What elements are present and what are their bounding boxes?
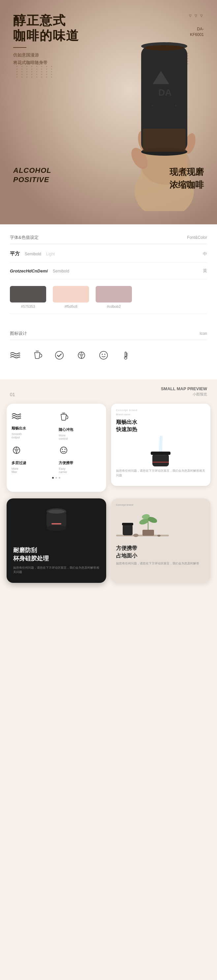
- product-code-line2: KF6001: [190, 32, 204, 37]
- light-phone-title: 方便携带 占地面小: [116, 544, 206, 560]
- svg-rect-54: [51, 523, 61, 525]
- dot-3: [59, 477, 60, 479]
- svg-point-53: [48, 510, 65, 514]
- svg-rect-56: [123, 525, 133, 535]
- preview-header: 01 SMALL MAP PREVIEW 小图预览: [0, 379, 217, 401]
- svg-point-42: [65, 449, 66, 450]
- color-chip-2: #f5d5c8: [53, 286, 89, 309]
- font-row-2: GrotzecHdCnDemi Semibold 英: [10, 268, 207, 279]
- light-phone-illustration: [116, 508, 206, 541]
- dark-phone-title: 耐磨防刮 杯身硅胶处理: [13, 546, 100, 563]
- svg-point-28: [105, 354, 106, 355]
- hero-title-block: 醇正意式 咖啡的味道: [13, 13, 79, 48]
- svg-rect-14: [143, 129, 186, 152]
- color-chips: #575353 #f5d5c8 #cdbob2: [10, 286, 207, 314]
- rpt-illustration: [116, 436, 206, 469]
- font2-name: GrotzecHdCnDemi: [10, 269, 48, 274]
- phone-dots: [11, 474, 101, 484]
- feature4-name: 方便携带: [59, 460, 73, 465]
- feature-item-3: 多层过滤 More filter: [11, 445, 54, 474]
- right-phone-top: Concept brand Brand name 顺畅出水 快速加热: [111, 404, 211, 486]
- font1-weight2: Light: [46, 252, 55, 256]
- dot-1: [52, 477, 54, 479]
- features-phone-content: 顺畅出水 Smooth output: [6, 404, 106, 492]
- font-row-1: 平方 Semibold Light 中: [10, 251, 207, 262]
- feature-icon-filter: [11, 445, 21, 457]
- icon-section-label-en: Icon: [200, 331, 207, 336]
- feature-item-4: 方便携带 Easy carrier: [59, 445, 101, 474]
- font1-weight1: Semibold: [25, 252, 41, 256]
- rpt-subtitle: 如您有任何问题，请您在下方评论区留言，我们会为您及时解答相关问题: [116, 469, 206, 477]
- font-color-section: 字体&色值设定 Font&Color 平方 Semibold Light 中 G…: [0, 224, 217, 327]
- fc-section-label-en: Font&Color: [187, 235, 207, 240]
- preview-title-block: SMALL MAP PREVIEW 小图预览: [161, 386, 207, 397]
- svg-point-64: [133, 534, 138, 537]
- svg-point-41: [62, 449, 63, 450]
- svg-point-30: [124, 356, 127, 359]
- color-label-3: #cdbob2: [96, 304, 132, 309]
- cup-icon: [32, 350, 43, 363]
- color-box-1: [10, 286, 46, 302]
- svg-rect-58: [122, 523, 133, 525]
- decorative-arrows: ▽ ▽ ▽: [189, 14, 204, 18]
- preview-title-cn: 小图预览: [193, 392, 207, 396]
- light-phone-mockup: Concept brand: [111, 498, 211, 582]
- preview-section: 01 SMALL MAP PREVIEW 小图预览: [0, 379, 217, 593]
- color-label-1: #575353: [10, 304, 46, 309]
- feature-icon-cup: [59, 412, 68, 424]
- light-phone-brand: Concept brand: [116, 503, 206, 506]
- svg-line-45: [159, 438, 159, 453]
- hero-title-line1: 醇正意式: [13, 13, 79, 29]
- filter-icon: [76, 350, 87, 363]
- feature3-en: More filter: [11, 467, 19, 474]
- font1-cn: 中: [203, 251, 207, 257]
- icon-row: [10, 347, 207, 366]
- feature4-en: Easy carrier: [59, 467, 67, 474]
- svg-point-27: [102, 354, 103, 355]
- svg-point-12: [144, 45, 184, 51]
- features-grid: 顺畅出水 Smooth output: [11, 412, 101, 474]
- preview-top-grid: 顺畅出水 Smooth output: [0, 401, 217, 499]
- dark-phone-cup: [13, 507, 100, 533]
- svg-point-52: [46, 525, 66, 531]
- feature-item-1: 顺畅出水 Smooth output: [11, 412, 54, 441]
- color-chip-1: #575353: [10, 286, 46, 309]
- svg-rect-59: [143, 530, 154, 536]
- hero-subtitle-line2: 将花式咖啡随身带: [13, 59, 48, 66]
- svg-rect-48: [151, 452, 171, 455]
- dark-phone-subtitle: 如您有任何问题，请您在下方评论区留言，我们会为您及时解答相关问题: [13, 566, 100, 574]
- thermometer-icon: [120, 350, 131, 363]
- svg-point-19: [55, 351, 63, 359]
- hero-right-text: 现煮现磨 浓缩咖啡: [169, 165, 204, 191]
- hero-right-text-line2: 浓缩咖啡: [169, 178, 204, 191]
- hero-subtitle: 仿如意国漫游 将花式咖啡随身带: [13, 51, 48, 67]
- check-icon: [54, 350, 65, 363]
- color-chip-3: #cdbob2: [96, 286, 132, 309]
- features-phone-mockup: 顺畅出水 Smooth output: [6, 404, 106, 492]
- bottom-phones: 耐磨防刮 杯身硅胶处理 如您有任何问题，请您在下方评论区留言，我们会为您及时解答…: [0, 498, 217, 592]
- svg-line-44: [162, 436, 162, 454]
- icon-header: 图标设计 Icon: [10, 331, 207, 340]
- product-code-line1: DA-: [197, 27, 204, 31]
- svg-point-65: [157, 535, 161, 537]
- face-icon: [98, 350, 109, 363]
- hero-section: for(let i=0;i<40;i++) document.currentSc…: [0, 0, 217, 224]
- rpt-brand: Concept brand: [116, 409, 206, 412]
- color-box-3: [96, 286, 132, 302]
- feature2-en: More control: [59, 434, 68, 441]
- font2-cn: 英: [203, 268, 207, 274]
- feature2-name: 随心冲泡: [59, 427, 73, 432]
- color-label-2: #f5d5c8: [53, 304, 89, 309]
- font2-weight: Semibold: [53, 269, 69, 274]
- preview-number: 01: [10, 392, 15, 397]
- fc-section-label: 字体&色值设定: [10, 234, 39, 240]
- product-code: DA- KF6001: [190, 26, 204, 38]
- svg-point-17: [152, 105, 154, 106]
- feature-item-2: 随心冲泡 More control: [59, 412, 101, 441]
- svg-point-40: [60, 447, 67, 453]
- icon-section: 图标设计 Icon: [0, 327, 217, 379]
- svg-point-26: [100, 351, 108, 359]
- feature-icon-water: [11, 412, 21, 423]
- dot-grid-left: for(let i=0;i<40;i++) document.currentSc…: [16, 66, 54, 78]
- right-phones: Concept brand Brand name 顺畅出水 快速加热: [111, 404, 211, 492]
